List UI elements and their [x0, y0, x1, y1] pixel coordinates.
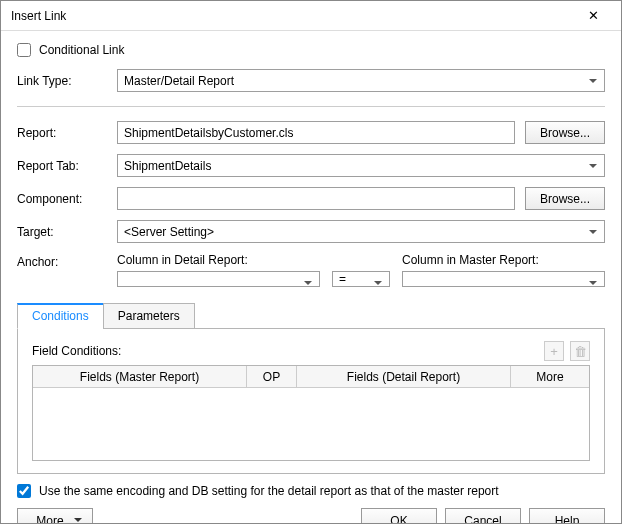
more-button[interactable]: More	[17, 508, 93, 523]
encoding-label: Use the same encoding and DB setting for…	[39, 484, 499, 498]
encoding-row: Use the same encoding and DB setting for…	[17, 484, 605, 498]
titlebar: Insert Link ✕	[1, 1, 621, 31]
report-tab-row: Report Tab: ShipmentDetails	[17, 154, 605, 177]
link-type-value: Master/Detail Report	[124, 74, 234, 88]
grid-body[interactable]	[33, 388, 589, 460]
anchor-op-spacer	[332, 253, 390, 267]
component-row: Component: Browse...	[17, 187, 605, 210]
anchor-master-select[interactable]	[402, 271, 605, 287]
component-browse-button[interactable]: Browse...	[525, 187, 605, 210]
component-input[interactable]	[117, 187, 515, 210]
close-button[interactable]: ✕	[573, 2, 613, 30]
target-label: Target:	[17, 225, 117, 239]
anchor-detail-select[interactable]	[117, 271, 320, 287]
cancel-button[interactable]: Cancel	[445, 508, 521, 523]
tabs: Conditions Parameters	[17, 303, 605, 329]
separator	[17, 106, 605, 107]
tab-conditions[interactable]: Conditions	[17, 303, 104, 329]
target-row: Target: <Server Setting>	[17, 220, 605, 243]
ok-button[interactable]: OK	[361, 508, 437, 523]
conditional-link-row: Conditional Link	[17, 43, 605, 57]
field-conditions-grid: Fields (Master Report) OP Fields (Detail…	[32, 365, 590, 461]
col-fields-detail: Fields (Detail Report)	[297, 366, 511, 388]
anchor-master-label: Column in Master Report:	[402, 253, 605, 267]
window-title: Insert Link	[11, 9, 66, 23]
report-label: Report:	[17, 126, 117, 140]
target-value: <Server Setting>	[124, 225, 214, 239]
link-type-row: Link Type: Master/Detail Report	[17, 69, 605, 92]
link-type-select[interactable]: Master/Detail Report	[117, 69, 605, 92]
anchor-op-value: =	[339, 272, 346, 286]
dialog-content: Conditional Link Link Type: Master/Detai…	[1, 31, 621, 523]
target-select[interactable]: <Server Setting>	[117, 220, 605, 243]
footer-buttons: More OK Cancel Help	[17, 508, 605, 523]
report-tab-label: Report Tab:	[17, 159, 117, 173]
conditions-panel: Field Conditions: + 🗑 Fields (Master Rep…	[17, 328, 605, 474]
help-button[interactable]: Help	[529, 508, 605, 523]
report-tab-select[interactable]: ShipmentDetails	[117, 154, 605, 177]
tab-parameters[interactable]: Parameters	[103, 303, 195, 329]
col-fields-master: Fields (Master Report)	[33, 366, 247, 388]
col-more: More	[511, 366, 589, 388]
field-conditions-header: Field Conditions: + 🗑	[32, 341, 590, 361]
report-browse-button[interactable]: Browse...	[525, 121, 605, 144]
add-condition-button[interactable]: +	[544, 341, 564, 361]
component-label: Component:	[17, 192, 117, 206]
anchor-op-select[interactable]: =	[332, 271, 390, 287]
report-tab-value: ShipmentDetails	[124, 159, 211, 173]
plus-icon: +	[550, 344, 558, 359]
col-op: OP	[247, 366, 297, 388]
report-value: ShipmentDetailsbyCustomer.cls	[124, 126, 293, 140]
report-row: Report: ShipmentDetailsbyCustomer.cls Br…	[17, 121, 605, 144]
encoding-checkbox[interactable]	[17, 484, 31, 498]
report-input[interactable]: ShipmentDetailsbyCustomer.cls	[117, 121, 515, 144]
link-type-label: Link Type:	[17, 74, 117, 88]
grid-header: Fields (Master Report) OP Fields (Detail…	[33, 366, 589, 388]
conditional-link-label: Conditional Link	[39, 43, 124, 57]
anchor-row: Anchor: Column in Detail Report: = Colum…	[17, 253, 605, 287]
field-conditions-label: Field Conditions:	[32, 344, 121, 358]
conditional-link-checkbox[interactable]	[17, 43, 31, 57]
trash-icon: 🗑	[574, 344, 587, 359]
delete-condition-button[interactable]: 🗑	[570, 341, 590, 361]
anchor-detail-label: Column in Detail Report:	[117, 253, 320, 267]
anchor-label: Anchor:	[17, 253, 117, 269]
